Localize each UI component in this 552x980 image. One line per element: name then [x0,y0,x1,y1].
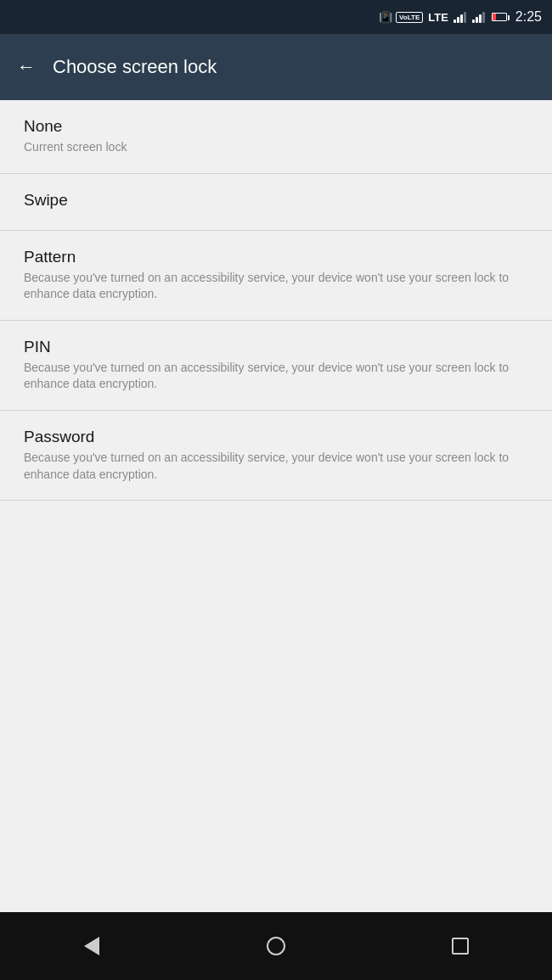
signal-bar [464,12,466,23]
content-area: None Current screen lock Swipe Pattern B… [0,100,552,912]
item-subtitle-password: Because you've turned on an accessibilit… [24,450,528,483]
status-icons: 📳 VoLTE LTE 2:25 [379,9,542,25]
back-arrow-icon [84,937,99,955]
nav-home-button[interactable] [251,929,301,963]
signal-bar [457,17,459,23]
back-button[interactable]: ← [17,56,36,78]
volte-badge: VoLTE [396,12,423,23]
lte-label: LTE [428,11,448,24]
battery-icon [492,13,507,21]
toolbar: ← Choose screen lock [0,34,552,100]
status-time: 2:25 [515,9,542,25]
nav-back-button[interactable] [66,929,117,963]
signal-bar [476,17,478,23]
item-title-swipe: Swipe [24,191,528,210]
item-subtitle-pattern: Because you've turned on an accessibilit… [24,270,528,303]
list-item-pin[interactable]: PIN Because you've turned on an accessib… [0,321,552,411]
item-title-password: Password [24,428,528,446]
signal-bar [460,14,463,23]
nav-recents-button[interactable] [435,929,486,963]
list-item-password[interactable]: Password Because you've turned on an acc… [0,411,552,501]
signal-bars-1 [453,11,466,23]
vibrate-icon: 📳 [379,11,392,24]
signal-bar [482,12,485,23]
item-title-pattern: Pattern [24,248,528,266]
signal-bar [479,14,482,23]
list-item-none[interactable]: None Current screen lock [0,100,552,174]
recents-square-icon [452,938,469,955]
nav-bar [0,912,552,980]
item-subtitle-none: Current screen lock [24,139,528,156]
item-subtitle-pin: Because you've turned on an accessibilit… [24,360,528,393]
battery-fill [493,14,496,20]
item-title-none: None [24,117,528,136]
signal-bar [472,20,475,23]
toolbar-title: Choose screen lock [53,56,217,78]
list-item-swipe[interactable]: Swipe [0,174,552,231]
signal-bar [453,20,456,23]
signal-bars-2 [472,11,485,23]
item-title-pin: PIN [24,338,528,356]
home-circle-icon [267,937,285,955]
list-item-pattern[interactable]: Pattern Because you've turned on an acce… [0,231,552,321]
status-bar: 📳 VoLTE LTE 2:25 [0,0,552,34]
